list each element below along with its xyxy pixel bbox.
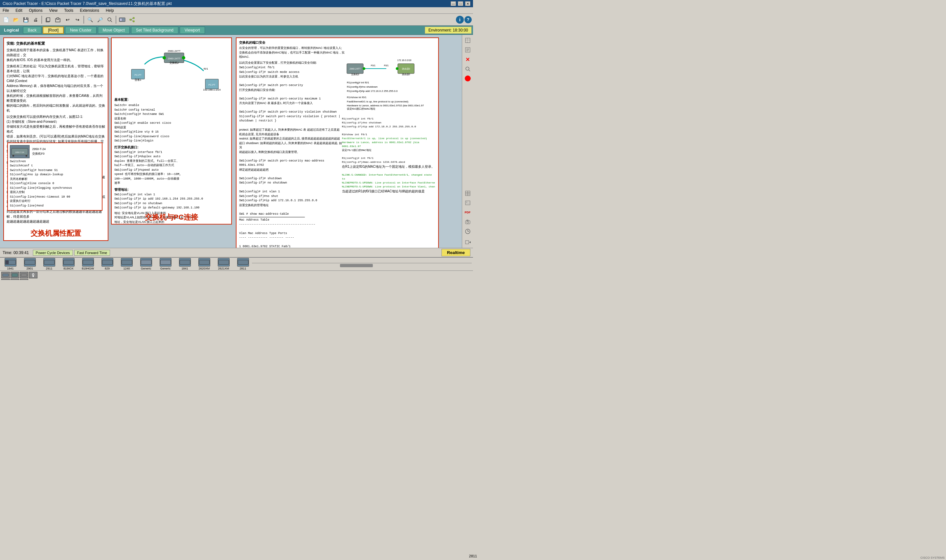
svg-point-28	[163, 56, 166, 59]
network-button[interactable]	[128, 15, 137, 24]
nav-left: Logical Back [Root] New Cluster Move Obj…	[1, 26, 205, 34]
device-819hgw[interactable]: 819HGW	[79, 258, 97, 271]
wireless-category[interactable]	[29, 272, 37, 278]
menu-help[interactable]: Help	[105, 8, 115, 14]
delete-icon[interactable]: ✕	[464, 55, 472, 64]
root-button[interactable]: [Root]	[43, 26, 64, 34]
move-object-button[interactable]: Move Object	[98, 26, 130, 34]
svg-rect-86	[3, 274, 9, 276]
red-dot-icon[interactable]	[464, 74, 472, 83]
svg-rect-87	[12, 274, 18, 277]
zoom-out-button[interactable]: 🔎	[95, 15, 105, 24]
device-label-generic-1: Generic	[141, 267, 151, 270]
cloud-category[interactable]	[11, 279, 19, 280]
viewport-button[interactable]: Viewport	[180, 26, 205, 34]
device-1240[interactable]: 1240	[118, 258, 136, 271]
device-2901[interactable]: 2901	[21, 258, 39, 271]
menu-tools[interactable]: Tools	[63, 8, 75, 14]
camera-icon[interactable]	[464, 218, 472, 226]
menu-extensions[interactable]: Extensions	[79, 8, 100, 14]
menu-view[interactable]: View	[48, 8, 59, 14]
set-tiled-bg-button[interactable]: Set Tiled Background	[131, 26, 178, 34]
device-generic-1[interactable]: Generic	[137, 258, 155, 271]
paste-button[interactable]	[53, 15, 62, 24]
fast-forward-button[interactable]: Fast Forward Time	[74, 250, 110, 256]
device-2811[interactable]: 2811	[234, 258, 252, 271]
svg-rect-3	[57, 18, 59, 19]
realtime-display[interactable]: Realtime	[441, 249, 470, 256]
device-1841[interactable]: 1841	[176, 258, 194, 271]
back-button[interactable]: Back	[23, 26, 42, 34]
device-icon-819hgw	[82, 258, 94, 266]
undo-button[interactable]: ↩	[63, 15, 72, 24]
device-829[interactable]: 829	[98, 258, 116, 271]
hub-category[interactable]	[20, 272, 28, 278]
device-2620xm[interactable]: 2620XM	[195, 258, 213, 271]
svg-rect-1	[47, 18, 50, 22]
new-button[interactable]: 📄	[1, 15, 11, 24]
svg-line-11	[131, 18, 133, 20]
clock-icon[interactable]	[464, 227, 472, 236]
custom-button[interactable]	[118, 15, 127, 24]
router-category[interactable]	[1, 272, 10, 278]
close-button[interactable]: ✕	[465, 1, 470, 6]
select-icon[interactable]	[464, 36, 472, 45]
toolbar-sep-2	[83, 16, 84, 24]
wlan-category[interactable]: W	[20, 279, 28, 280]
device-1941[interactable]: 1941	[1, 258, 19, 271]
scroll-thumb[interactable]	[340, 264, 373, 267]
device-label-829: 829	[105, 267, 110, 270]
device-generic-2[interactable]: Generic	[156, 258, 174, 271]
device-icon-2620xm	[199, 258, 210, 266]
svg-text:172.16.0.2/16: 172.16.0.2/16	[398, 59, 411, 62]
power-cycle-button[interactable]: Power Cycle Devices	[33, 250, 73, 256]
window-controls: — □ ✕	[451, 1, 470, 6]
menu-file[interactable]: File	[1, 8, 10, 14]
device-819iox[interactable]: 819IOX	[59, 258, 77, 271]
forward-icon[interactable]	[464, 238, 472, 246]
search-button[interactable]	[105, 15, 114, 24]
menu-edit[interactable]: Edit	[14, 8, 24, 14]
category-icons: W	[1, 272, 37, 280]
new-cluster-button[interactable]: New Cluster	[65, 26, 96, 34]
environment-display: Environment: 18:30:00	[425, 26, 472, 34]
info-icon[interactable]: i	[456, 16, 464, 24]
maximize-button[interactable]: □	[458, 1, 463, 6]
zoom-in-button[interactable]: 🔍	[85, 15, 95, 24]
svg-text:2960-24TT: 2960-24TT	[168, 57, 180, 60]
device-icon-2621xm	[218, 258, 230, 266]
svg-text:F0/1: F0/1	[384, 64, 388, 67]
svg-text:R1(config-if)#no shutdown: R1(config-if)#no shutdown	[347, 85, 377, 88]
device-scrollbar[interactable]	[252, 263, 472, 266]
copy-button[interactable]	[43, 15, 52, 24]
open-button[interactable]: 📂	[11, 15, 20, 24]
redo-button[interactable]: ↪	[73, 15, 82, 24]
svg-text:PC-PT: PC-PT	[209, 84, 216, 86]
svg-rect-81	[160, 260, 171, 265]
switch-category[interactable]	[11, 272, 19, 278]
save-button[interactable]: 💾	[21, 15, 30, 24]
svg-point-4	[108, 18, 111, 21]
help-icon[interactable]: ?	[464, 16, 472, 23]
pc-category[interactable]	[1, 279, 10, 280]
canvas-area[interactable]: 安能: 交换机的基本配置 交换机是组用于最基本的设备，交换机基于MAC 表进行工…	[0, 35, 462, 248]
minimize-button[interactable]: —	[451, 1, 456, 6]
device-2911[interactable]: 2911	[40, 258, 58, 271]
device-2621xm[interactable]: 2621XM	[214, 258, 233, 271]
svg-rect-7	[120, 18, 122, 21]
svg-marker-71	[469, 241, 471, 243]
note-icon[interactable]	[464, 46, 472, 54]
menu-options[interactable]: Options	[28, 8, 44, 14]
toolbar: 📄 📂 💾 🖨 ↩ ↪ 🔍 🔎 i ?	[0, 14, 473, 26]
svg-point-29	[182, 56, 185, 59]
table-icon[interactable]	[464, 189, 472, 198]
device-icon-1841	[179, 258, 191, 266]
print-button[interactable]: 🖨	[31, 15, 40, 24]
toolbar-sep-3	[116, 16, 116, 24]
device-icon-2811	[237, 258, 249, 266]
svg-point-8	[129, 19, 131, 21]
pdf-icon[interactable]: PDF	[464, 208, 472, 217]
svg-rect-85	[238, 260, 248, 265]
zoom-icon[interactable]	[464, 65, 472, 73]
image-icon[interactable]	[464, 198, 472, 207]
